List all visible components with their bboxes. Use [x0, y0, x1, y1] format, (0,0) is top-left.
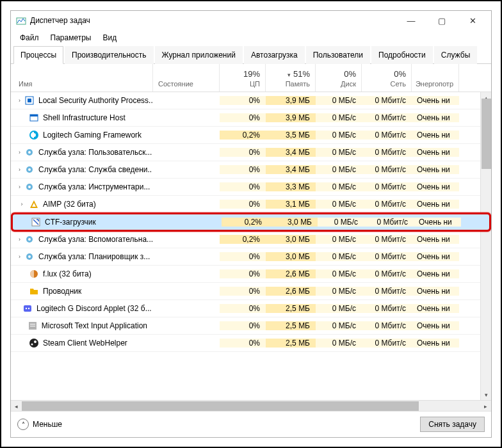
process-network: 0 Мбит/с — [362, 148, 412, 157]
col-disk[interactable]: 0%Диск — [316, 64, 362, 92]
process-network: 0 Мбит/с — [362, 321, 412, 330]
scroll-down-icon[interactable]: ▾ — [481, 389, 491, 400]
vertical-scrollbar[interactable]: ▴ ▾ — [480, 92, 491, 400]
table-row[interactable]: ›Local Security Authority Process...0%3,… — [11, 92, 491, 109]
table-row[interactable]: Проводник0%2,6 МБ0 МБ/с0 Мбит/сОчень ни — [11, 283, 491, 300]
window-title: Диспетчер задач — [30, 16, 401, 25]
process-name: Проводник — [43, 287, 81, 296]
tab-details[interactable]: Подробности — [371, 46, 433, 64]
process-cpu: 0,2% — [220, 131, 266, 140]
gear-icon — [24, 234, 35, 244]
gear-icon — [24, 147, 35, 157]
col-network[interactable]: 0%Сеть — [362, 64, 412, 92]
tab-app-history[interactable]: Журнал приложений — [155, 46, 243, 64]
process-network: 0 Мбит/с — [362, 200, 412, 209]
close-button[interactable]: ✕ — [463, 14, 482, 27]
table-row[interactable]: ›Служба узла: Инструментари...0%3,3 МБ0 … — [11, 179, 491, 196]
process-name: Logitech G Discord Applet (32 б... — [36, 304, 152, 313]
scroll-left-icon[interactable]: ◂ — [11, 401, 22, 412]
table-row[interactable]: ›Служба узла: Пользовательск...0%3,4 МБ0… — [11, 144, 491, 161]
shield-icon — [24, 95, 35, 106]
tab-processes[interactable]: Процессы — [13, 46, 63, 64]
process-cpu: 0% — [220, 148, 266, 157]
process-power: Очень ни — [412, 339, 459, 348]
col-memory[interactable]: ▾51%Память — [266, 64, 316, 92]
expand-toggle[interactable]: › — [19, 97, 20, 104]
process-name: Служба узла: Планировщик з... — [38, 252, 150, 261]
table-row[interactable]: f.lux (32 бита)0%2,6 МБ0 МБ/с0 Мбит/сОче… — [11, 266, 491, 283]
process-power: Очень ни — [412, 131, 459, 140]
process-disk: 0 МБ/с — [316, 165, 362, 174]
table-row[interactable]: ›Служба узла: Планировщик з...0%3,0 МБ0 … — [11, 248, 491, 266]
col-power[interactable]: Энергопотр — [412, 64, 459, 92]
process-memory: 3,4 МБ — [266, 165, 316, 174]
process-name: f.lux (32 бита) — [43, 269, 92, 278]
process-disk: 0 МБ/с — [316, 182, 362, 191]
process-cpu: 0% — [220, 96, 266, 105]
process-power: Очень ни — [412, 287, 459, 296]
expand-toggle[interactable]: › — [19, 201, 25, 207]
table-row[interactable]: Logitech Gaming Framework0,2%3,5 МБ0 МБ/… — [11, 127, 491, 144]
process-disk: 0 МБ/с — [316, 304, 362, 313]
process-network: 0 Мбит/с — [362, 165, 412, 174]
col-status[interactable]: Состояние — [153, 64, 220, 92]
process-memory: 3,3 МБ — [266, 182, 316, 191]
process-cpu: 0% — [220, 269, 266, 278]
svg-rect-18 — [24, 305, 31, 312]
svg-rect-23 — [30, 326, 35, 326]
process-network: 0 Мбит/с — [362, 304, 412, 313]
process-power: Очень ни — [412, 304, 459, 313]
aimp-icon — [29, 199, 39, 209]
process-network: 0 Мбит/с — [362, 252, 412, 261]
expand-toggle[interactable]: › — [19, 253, 20, 260]
expand-toggle[interactable]: › — [19, 166, 20, 173]
table-row[interactable]: ›AIMP (32 бита)0%3,1 МБ0 МБ/с0 Мбит/сОче… — [11, 196, 491, 213]
scroll-right-icon[interactable]: ▸ — [480, 401, 491, 412]
process-power: Очень ни — [412, 165, 459, 174]
table-row[interactable]: Shell Infrastructure Host0%3,9 МБ0 МБ/с0… — [11, 109, 491, 127]
expand-toggle[interactable]: › — [19, 184, 20, 190]
svg-point-25 — [34, 340, 36, 343]
process-memory: 3,0 МБ — [268, 218, 318, 227]
table-header: Имя Состояние 19%ЦП ▾51%Память 0%Диск 0%… — [11, 64, 491, 92]
menu-view[interactable]: Вид — [97, 31, 122, 44]
scroll-thumb-v[interactable] — [482, 99, 491, 169]
tab-services[interactable]: Службы — [434, 46, 477, 64]
menu-file[interactable]: Файл — [15, 31, 44, 44]
col-name[interactable]: Имя — [11, 64, 153, 92]
end-task-button[interactable]: Снять задачу — [420, 417, 485, 432]
process-power: Очень ни — [412, 113, 459, 122]
table-row[interactable]: CTF-загрузчик0,2%3,0 МБ0 МБ/с0 Мбит/сОче… — [11, 212, 491, 232]
textapp-icon — [28, 321, 38, 331]
process-disk: 0 МБ/с — [316, 148, 362, 157]
menu-options[interactable]: Параметры — [45, 31, 97, 44]
process-name: AIMP (32 бита) — [43, 200, 96, 209]
scroll-thumb-h[interactable] — [22, 401, 419, 411]
table-row[interactable]: ›Служба узла: Служба сведени...0%3,4 МБ0… — [11, 161, 491, 179]
tab-performance[interactable]: Производительность — [65, 46, 153, 64]
horizontal-scrollbar[interactable]: ◂ ▸ — [11, 400, 491, 411]
expand-toggle[interactable]: › — [19, 149, 20, 156]
tab-users[interactable]: Пользователи — [306, 46, 370, 64]
app-icon — [16, 15, 26, 26]
maximize-button[interactable]: ▢ — [432, 14, 451, 27]
fewer-details-button[interactable]: ˄ Меньше — [17, 419, 62, 430]
process-memory: 2,6 МБ — [266, 287, 316, 296]
gear-icon — [24, 164, 35, 175]
process-cpu: 0% — [220, 304, 266, 313]
table-row[interactable]: Microsoft Text Input Application0%2,5 МБ… — [11, 317, 491, 335]
process-memory: 3,9 МБ — [266, 113, 316, 122]
table-row[interactable]: ›Служба узла: Вспомогательна...0,2%3,0 М… — [11, 231, 491, 248]
expand-toggle[interactable]: › — [19, 236, 20, 243]
process-memory: 2,5 МБ — [266, 304, 316, 313]
process-cpu: 0% — [220, 165, 266, 174]
steam-icon — [29, 338, 39, 348]
table-row[interactable]: Steam Client WebHelper0%2,5 МБ0 МБ/с0 Мб… — [11, 335, 491, 352]
tab-startup[interactable]: Автозагрузка — [244, 46, 305, 64]
ctf-icon — [31, 217, 41, 227]
minimize-button[interactable]: — — [401, 14, 421, 27]
col-cpu[interactable]: 19%ЦП — [220, 64, 266, 92]
table-row[interactable]: Logitech G Discord Applet (32 б...0%2,5 … — [11, 300, 491, 317]
process-network: 0 Мбит/с — [362, 96, 412, 105]
svg-point-24 — [29, 339, 38, 348]
